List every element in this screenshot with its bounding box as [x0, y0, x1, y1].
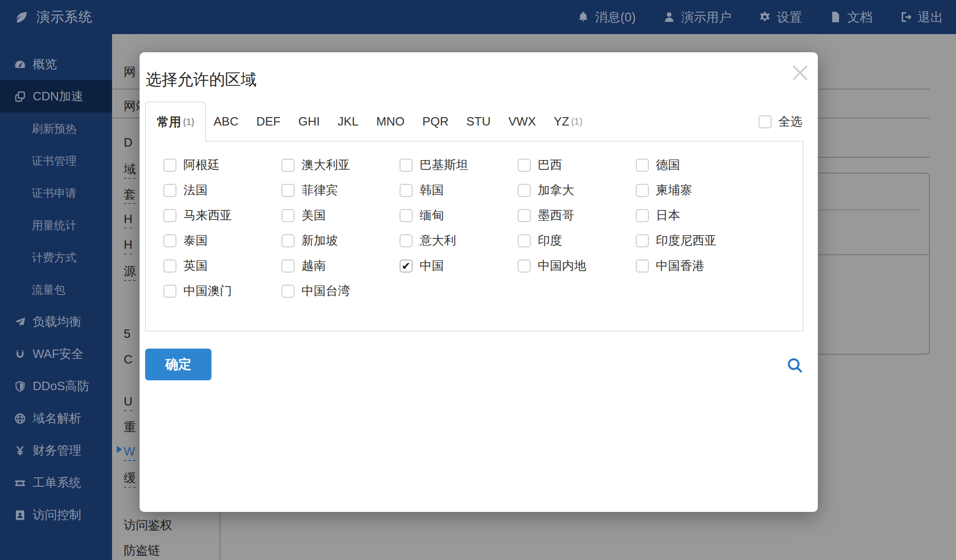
confirm-button[interactable]: 确定 — [145, 349, 211, 380]
region-checkbox-item[interactable]: 韩国 — [400, 183, 518, 197]
close-icon[interactable] — [786, 59, 814, 87]
region-checkbox-item[interactable]: 巴西 — [518, 158, 636, 172]
tab-bar: 常用(1) ABC DEF GHI JKL MNO PQR STU VWX YZ… — [145, 102, 803, 141]
select-all-label: 全选 — [778, 113, 802, 130]
region-checkbox-item[interactable]: 中国澳门 — [163, 284, 281, 298]
sidebar-item[interactable]: 证书申请 — [0, 177, 112, 209]
region-label: 中国 — [420, 258, 444, 274]
checkbox — [518, 184, 531, 197]
ticket-icon — [14, 477, 26, 489]
checkbox — [163, 234, 176, 247]
region-checkbox-item[interactable]: 泰国 — [163, 234, 281, 247]
region-checkbox-item[interactable]: 中国香港 — [636, 259, 754, 273]
region-label: 缅甸 — [420, 207, 444, 224]
tab[interactable]: 常用(1) — [145, 102, 206, 142]
checkbox — [518, 234, 531, 247]
sidebar-item[interactable]: 域名解析 — [0, 402, 112, 434]
tab[interactable]: STU — [466, 102, 492, 141]
navbar-item[interactable]: 文档 — [829, 9, 872, 26]
region-checkbox-item[interactable]: 意大利 — [400, 234, 518, 247]
sidebar-item[interactable]: 流量包 — [0, 273, 112, 306]
tab[interactable]: DEF — [256, 102, 282, 141]
region-checkbox-item[interactable]: 越南 — [281, 259, 400, 273]
gear-icon — [759, 11, 771, 23]
sidebar-item[interactable]: 财务管理 — [0, 434, 112, 467]
document-icon — [829, 11, 842, 23]
navbar-item-label: 消息(0) — [595, 9, 636, 26]
tab[interactable]: YZ(1) — [554, 102, 583, 141]
region-checkbox-item[interactable]: 印度尼西亚 — [636, 234, 754, 247]
checkbox — [400, 234, 413, 247]
tab[interactable]: VWX — [508, 102, 538, 141]
checkbox — [281, 285, 295, 298]
region-checkbox-item[interactable]: 新加坡 — [281, 234, 400, 247]
region-checkbox-item[interactable]: 墨西哥 — [518, 209, 636, 222]
tab[interactable]: PQR — [422, 102, 450, 141]
sidebar-item[interactable]: 访问控制 — [0, 499, 112, 531]
region-checkbox-item[interactable]: 阿根廷 — [163, 158, 281, 172]
tab[interactable]: JKL — [337, 102, 360, 141]
sidebar-item[interactable]: CDN加速 — [0, 80, 112, 112]
sidebar-item[interactable]: DDoS高防 — [0, 370, 112, 402]
region-checkbox-item[interactable]: 加拿大 — [518, 183, 636, 197]
region-checkbox-item[interactable]: 马来西亚 — [163, 209, 281, 222]
sidebar-item-label: 计费方式 — [32, 250, 77, 265]
region-label: 意大利 — [420, 232, 456, 249]
select-all-checkbox[interactable]: 全选 — [759, 102, 802, 141]
region-checkbox-item[interactable]: 德国 — [636, 158, 754, 172]
region-checkbox-item[interactable]: 英国 — [163, 259, 281, 273]
checkbox — [163, 209, 176, 222]
region-checkbox-item[interactable]: 日本 — [636, 209, 754, 222]
sidebar-item[interactable]: 计费方式 — [0, 241, 112, 273]
region-checkbox-item[interactable]: 美国 — [281, 209, 400, 222]
checkbox — [636, 234, 649, 247]
region-checkbox-item[interactable]: 中国 — [400, 259, 518, 273]
region-checkbox-item[interactable]: 法国 — [163, 183, 281, 197]
globe-icon — [14, 413, 26, 425]
navbar-item-label: 设置 — [777, 9, 802, 26]
sidebar-item[interactable]: 概览 — [0, 48, 112, 80]
sidebar-item-label: 用量统计 — [32, 218, 77, 233]
region-checkbox-item[interactable]: 菲律宾 — [281, 183, 400, 197]
region-label: 加拿大 — [538, 182, 574, 198]
sidebar-item[interactable]: 负载均衡 — [0, 306, 112, 338]
search-icon[interactable] — [786, 357, 804, 374]
sidebar-menu: 概览 CDN加速 刷新预热 证书管理 证书申请 — [0, 48, 112, 531]
checkbox — [400, 209, 413, 222]
sidebar-item[interactable]: 工单系统 — [0, 467, 112, 499]
checkbox — [400, 259, 413, 273]
navbar-item[interactable]: 退出 — [900, 9, 943, 26]
region-checkbox-item[interactable]: 巴基斯坦 — [400, 158, 518, 172]
navbar-item-label: 退出 — [918, 9, 943, 26]
region-checkbox-item[interactable]: 缅甸 — [400, 209, 518, 222]
sidebar-item[interactable]: 证书管理 — [0, 145, 112, 177]
checkbox — [281, 159, 295, 172]
checkbox — [163, 285, 176, 298]
sidebar-item[interactable]: WAF安全 — [0, 338, 112, 370]
sidebar-item-label: 财务管理 — [33, 442, 81, 459]
sidebar-item-label: CDN加速 — [33, 88, 83, 105]
navbar-item[interactable]: 设置 — [759, 9, 802, 26]
region-checkbox-item[interactable]: 中国台湾 — [281, 284, 400, 298]
region-label: 德国 — [656, 157, 680, 173]
navbar-item-label: 演示用户 — [681, 9, 731, 26]
app-brand[interactable]: 演示系统 — [14, 0, 92, 34]
region-checkbox-item[interactable]: 中国内地 — [518, 259, 636, 273]
region-checkbox-item[interactable]: 澳大利亚 — [281, 158, 400, 172]
region-checkbox-item[interactable]: 柬埔寨 — [636, 183, 754, 197]
navbar-item-label: 文档 — [847, 9, 872, 26]
navbar-item[interactable]: 消息(0) — [577, 9, 636, 26]
sidebar-item-label: WAF安全 — [33, 346, 84, 362]
region-label: 巴西 — [538, 157, 562, 173]
tab[interactable]: MNO — [376, 102, 407, 141]
navbar-menu: 消息(0) 演示用户 设置 文档 退出 — [577, 0, 943, 34]
sidebar-item[interactable]: 用量统计 — [0, 209, 112, 241]
sidebar-item[interactable]: 刷新预热 — [0, 112, 112, 145]
region-select-dialog: 选择允许的区域 常用(1) ABC DEF GHI JKL MNO PQR ST… — [140, 52, 818, 512]
checkbox — [400, 184, 413, 197]
tab[interactable]: ABC — [213, 102, 240, 141]
navbar-item[interactable]: 演示用户 — [663, 9, 731, 26]
tab[interactable]: GHI — [298, 102, 322, 141]
sidebar-item-label: 刷新预热 — [32, 121, 77, 136]
region-checkbox-item[interactable]: 印度 — [518, 234, 636, 247]
